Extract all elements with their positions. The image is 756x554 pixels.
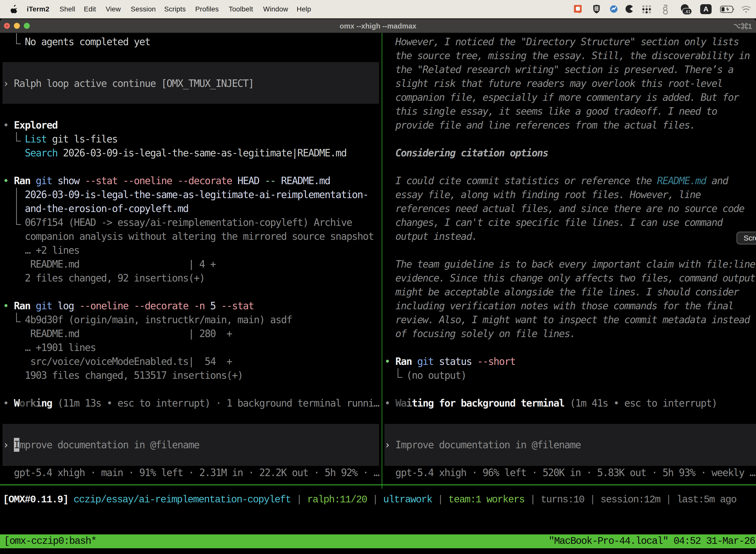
svg-text:..61: ..61 [684, 9, 691, 14]
